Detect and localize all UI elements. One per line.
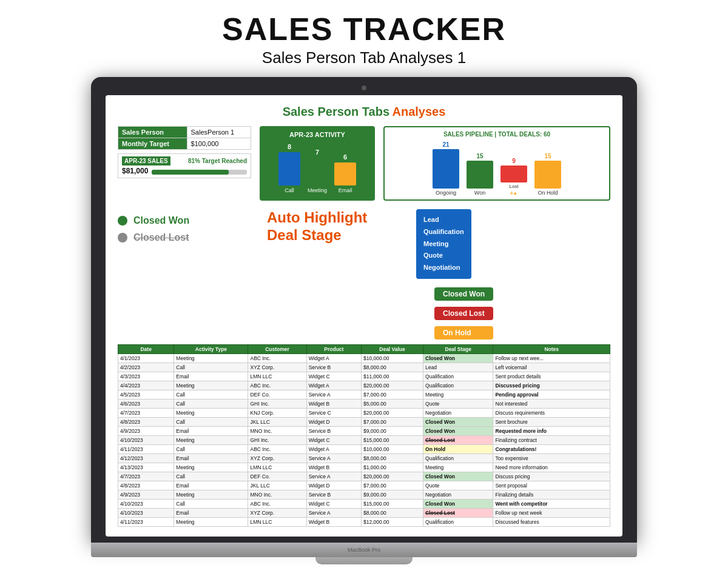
customer-cell: JKL LLC [248, 481, 306, 490]
customer-cell: MNO Inc. [248, 426, 306, 435]
product-cell: Service A [306, 453, 361, 463]
sp-person-label: Sales Person [118, 127, 187, 138]
value-cell: $8,000.00 [362, 363, 423, 372]
table-row: 4/4/2023 Meeting ABC Inc. Widget A $20,0… [118, 381, 610, 390]
table-row: 4/9/2023 Email MNO Inc. Service B $9,000… [118, 426, 610, 435]
product-cell: Widget B [306, 399, 361, 408]
product-cell: Widget A [306, 353, 361, 363]
date-cell: 4/6/2023 [118, 399, 174, 408]
customer-cell: ABC Inc. [248, 381, 306, 390]
stage-cell: Closed Won [423, 417, 493, 426]
notes-cell: Follow up next wee... [493, 353, 610, 363]
product-cell: Service A [306, 390, 361, 399]
date-cell: 4/11/2023 [118, 444, 174, 453]
product-cell: Widget A [306, 381, 361, 390]
type-cell: Call [174, 399, 248, 408]
notes-cell: Discussed pricing [493, 381, 610, 390]
type-cell: Meeting [174, 408, 248, 417]
progress-bar-bg [152, 170, 247, 175]
stage-cell: Closed Lost [423, 508, 493, 517]
customer-cell: KNJ Corp. [248, 408, 306, 417]
customer-cell: GHI Inc. [248, 399, 306, 408]
page-subtitle: Sales Person Tab Analyses 1 [222, 48, 506, 67]
stage-cell: Closed Won [423, 499, 493, 508]
col-stage: Deal Stage [423, 344, 493, 353]
table-row: 4/7/2023 Call DEF Co. Service A $20,000.… [118, 472, 610, 481]
customer-cell: ABC Inc. [248, 353, 306, 363]
date-cell: 4/5/2023 [118, 390, 174, 399]
product-cell: Service B [306, 426, 361, 435]
customer-cell: JKL LLC [248, 417, 306, 426]
value-cell: $20,000.00 [362, 408, 423, 417]
type-cell: Call [174, 363, 248, 372]
stage-cell: Qualification [423, 372, 493, 381]
date-cell: 4/12/2023 [118, 453, 174, 463]
product-cell: Widget B [306, 463, 361, 472]
value-cell: $1,000.00 [362, 463, 423, 472]
pipeline-right: LeadQualificationMeetingQuoteNegotiation… [416, 209, 610, 340]
col-type: Activity Type [174, 344, 248, 353]
value-cell: $20,000.00 [362, 381, 423, 390]
stage-cell: Qualification [423, 517, 493, 526]
laptop-stand [315, 557, 413, 564]
table-row: 4/12/2023 Email XYZ Corp. Service A $8,0… [118, 453, 610, 463]
tooltip-on-hold: On Hold [434, 326, 493, 340]
stage-cell: Lead [423, 363, 493, 372]
product-cell: Service C [306, 408, 361, 417]
pipeline-title: SALES PIPELINE | TOTAL DEALS: 60 [388, 131, 605, 138]
value-cell: $9,000.00 [362, 426, 423, 435]
sp-table: Sales Person SalesPerson 1 Monthly Targe… [118, 126, 251, 150]
table-row: 4/10/2023 Call ABC Inc. Widget C $15,000… [118, 499, 610, 508]
sp-sales-label: APR-23 SALES [122, 156, 170, 166]
lost-dot [118, 233, 127, 242]
laptop-base-label: MacBook Pro [91, 543, 637, 557]
table-row: 4/2/2023 Call XYZ Corp. Service B $8,000… [118, 363, 610, 372]
middle-row: Closed Won Closed Lost Auto Highlight De… [118, 209, 610, 340]
date-cell: 4/9/2023 [118, 426, 174, 435]
customer-cell: DEF Co. [248, 472, 306, 481]
page-header: SALES TRACKER Sales Person Tab Analyses … [222, 0, 506, 71]
stage-cell: Qualification [423, 453, 493, 463]
tooltip-closed-lost: Closed Lost [434, 307, 493, 320]
auto-highlight: Auto Highlight Deal Stage [267, 209, 406, 244]
customer-cell: LMN LLC [248, 372, 306, 381]
date-cell: 4/3/2023 [118, 372, 174, 381]
tooltip-closed-won: Closed Won [434, 287, 493, 301]
notes-cell: Finalizing contract [493, 435, 610, 444]
notes-cell: Sent proposal [493, 481, 610, 490]
laptop-base: MacBook Pro [91, 543, 637, 557]
pipeline-bar-ongoing: 21 Ongoing [433, 141, 459, 196]
type-cell: Meeting [174, 353, 248, 363]
info-row: Sales Person SalesPerson 1 Monthly Targe… [118, 126, 610, 201]
activity-bars: 8 Call 7 Meeting 6 Email [265, 143, 370, 193]
activity-bar-email: 6 Email [334, 153, 356, 193]
customer-cell: XYZ Corp. [248, 453, 306, 463]
customer-cell: LMN LLC [248, 517, 306, 526]
date-cell: 4/9/2023 [118, 490, 174, 499]
laptop-screen: Sales Person Tabs Analyses Sales Person … [106, 95, 622, 537]
sp-person-value: SalesPerson 1 [187, 127, 251, 138]
value-cell: $20,000.00 [362, 472, 423, 481]
notes-cell: Sent product details [493, 372, 610, 381]
customer-cell: ABC Inc. [248, 499, 306, 508]
date-cell: 4/7/2023 [118, 472, 174, 481]
product-cell: Service A [306, 508, 361, 517]
notes-cell: Discussed features [493, 517, 610, 526]
won-dot [118, 216, 127, 226]
col-customer: Customer [248, 344, 306, 353]
pipeline-bar-won: 15 Won [467, 153, 493, 196]
value-cell: $15,000.00 [362, 499, 423, 508]
pipeline-bar-lost: 9 Lost 4▲ [500, 158, 527, 196]
auto-highlight-text: Auto Highlight Deal Stage [267, 209, 406, 244]
table-row: 4/11/2023 Call ABC Inc. Widget A $10,000… [118, 444, 610, 453]
table-row: 4/10/2023 Email XYZ Corp. Service A $8,0… [118, 508, 610, 517]
notes-cell: Sent brochure [493, 417, 610, 426]
customer-cell: MNO Inc. [248, 490, 306, 499]
table-row: 4/10/2023 Meeting GHI Inc. Widget C $15,… [118, 435, 610, 444]
activity-card: APR-23 ACTIVITY 8 Call 7 Meeting [260, 126, 375, 201]
pipeline-bars: 21 Ongoing 15 Won 9 Lost [388, 141, 605, 196]
screen-title-orange: Analyses [393, 105, 446, 118]
type-cell: Meeting [174, 490, 248, 499]
stage-cell: Quote [423, 399, 493, 408]
table-row: 4/3/2023 Email LMN LLC Widget C $11,000.… [118, 372, 610, 381]
